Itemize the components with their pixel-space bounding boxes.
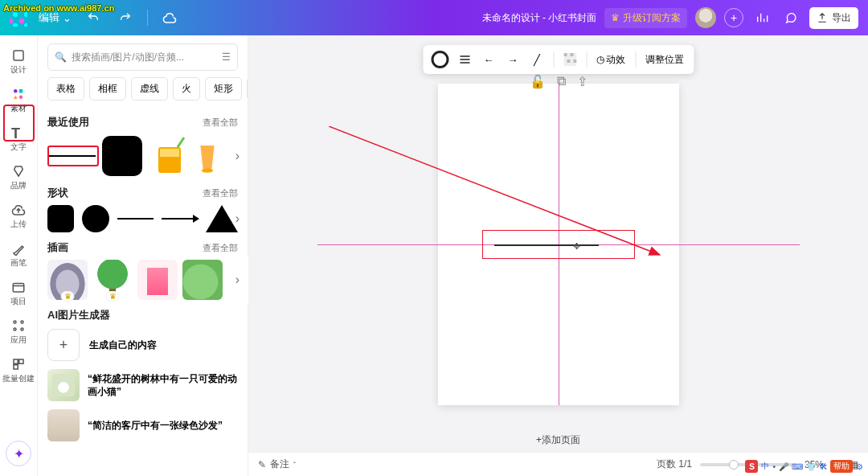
svg-rect-14 xyxy=(160,149,179,157)
ai-generate-label: 生成自己的内容 xyxy=(89,339,157,352)
canvas-page[interactable]: ✥ xyxy=(438,84,679,405)
title-separator: - xyxy=(542,12,546,23)
ai-prompt-1-text: “鲜花盛开的树林中有一只可爱的动画小猫” xyxy=(88,372,238,398)
illus-mango[interactable] xyxy=(182,260,223,300)
recent-black-square[interactable] xyxy=(100,134,144,178)
chip-rect[interactable]: 矩形 xyxy=(205,77,242,101)
transparency-button[interactable] xyxy=(559,48,581,71)
svg-marker-3 xyxy=(14,96,18,100)
line-start-button[interactable]: ← xyxy=(477,48,500,71)
ime-help-button[interactable]: 帮助 xyxy=(830,460,853,473)
chevron-down-icon: ⌄ xyxy=(63,12,72,24)
export-button[interactable]: 导出 xyxy=(809,7,858,29)
svg-line-15 xyxy=(178,137,184,147)
ime-logo-icon[interactable]: S xyxy=(745,460,758,473)
document-title[interactable]: 未命名的设计 - 小红书封面 xyxy=(482,11,596,25)
ime-tool-icon[interactable]: 🛠 xyxy=(819,462,827,471)
ime-mic-icon[interactable]: 🎤 xyxy=(779,462,788,471)
svg-rect-11 xyxy=(19,359,23,363)
shape-square[interactable] xyxy=(47,205,74,232)
shape-arrow[interactable] xyxy=(162,218,198,220)
svg-rect-19 xyxy=(570,53,573,56)
lock-icon[interactable]: 🔓 xyxy=(530,74,546,89)
line-end-button[interactable]: → xyxy=(502,48,524,71)
ime-settings-icon[interactable]: ⚙ xyxy=(856,462,863,471)
notes-button[interactable]: ✎ 备注 ˆ xyxy=(258,458,296,471)
elements-panel: 🔍 搜索插画/图片/动图/音频... ☰ 表格 相框 虚线 火 矩形 › 最近使… xyxy=(38,35,248,476)
svg-rect-12 xyxy=(14,365,18,369)
category-chips: 表格 相框 虚线 火 矩形 › xyxy=(38,77,248,107)
ime-skin-icon[interactable]: 👕 xyxy=(806,462,816,471)
rail-design[interactable]: 设计 xyxy=(2,43,35,80)
section-shapes-title: 形状 xyxy=(47,186,68,200)
recent-juice-1[interactable] xyxy=(149,134,192,178)
line-weight-button[interactable] xyxy=(453,48,476,71)
rail-bulk[interactable]: 批量创建 xyxy=(2,352,35,389)
svg-point-8 xyxy=(14,328,16,330)
rail-apps[interactable]: 应用 xyxy=(2,314,35,351)
ime-punct-icon[interactable]: • xyxy=(772,462,776,471)
effects-button[interactable]: ◷动效 xyxy=(592,53,630,67)
section-illus-title: 插画 xyxy=(47,240,68,255)
rail-text[interactable]: T文字 xyxy=(2,121,35,158)
duplicate-page-icon[interactable]: ⧉ xyxy=(557,74,566,89)
ai-spark-button[interactable]: ✦ xyxy=(6,441,31,466)
chip-dashed[interactable]: 虚线 xyxy=(131,77,168,101)
rail-project[interactable]: 项目 xyxy=(2,275,35,312)
chips-next[interactable]: › xyxy=(247,77,248,101)
page-export-icon[interactable]: ⇪ xyxy=(577,74,588,89)
chip-table[interactable]: 表格 xyxy=(47,77,84,101)
page-count[interactable]: 页数 1/1 xyxy=(657,458,692,471)
recent-line-element[interactable] xyxy=(47,146,96,166)
section-shapes-more[interactable]: 查看全部 xyxy=(203,187,238,199)
svg-rect-2 xyxy=(19,89,23,93)
move-cursor-icon: ✥ xyxy=(573,241,580,252)
ime-toolbar: S 中 • 🎤 ⌨ 👕 🛠 帮助 ⚙ xyxy=(745,458,863,474)
section-illus-more[interactable]: 查看全部 xyxy=(203,242,238,254)
recent-juice-2[interactable] xyxy=(197,134,218,178)
svg-point-1 xyxy=(14,89,18,93)
line-type-button[interactable]: ╱ xyxy=(526,48,548,71)
title-suffix: 小红书封面 xyxy=(548,11,596,25)
upgrade-button[interactable]: ♛ 升级订阅方案 xyxy=(604,8,687,28)
rail-elements[interactable]: 素材 xyxy=(2,82,35,119)
search-input[interactable]: 🔍 搜索插画/图片/动图/音频... ☰ xyxy=(47,43,238,71)
analytics-button[interactable] xyxy=(751,7,772,28)
ai-prompt-1[interactable]: “鲜花盛开的树林中有一只可爱的动画小猫” xyxy=(47,369,238,401)
rail-upload[interactable]: 上传 xyxy=(2,198,35,235)
shapes-next[interactable]: › xyxy=(235,211,240,226)
shape-line[interactable] xyxy=(117,218,154,220)
user-avatar[interactable] xyxy=(695,7,716,28)
rail-draw[interactable]: 画笔 xyxy=(2,236,35,273)
shape-circle[interactable] xyxy=(82,205,108,232)
section-recent-title: 最近使用 xyxy=(47,115,89,129)
svg-point-7 xyxy=(21,321,23,323)
watermark: Archived on www.ai987.cn xyxy=(3,3,114,13)
ai-generate-button[interactable]: + xyxy=(47,329,80,361)
line-color-button[interactable] xyxy=(428,48,452,71)
add-collaborator-button[interactable]: + xyxy=(724,8,743,27)
svg-rect-0 xyxy=(14,51,23,60)
illus-next[interactable]: › xyxy=(235,273,240,287)
shape-triangle[interactable] xyxy=(206,205,238,232)
ai-prompt-2[interactable]: “简洁的客厅中有一张绿色沙发” xyxy=(47,409,238,441)
section-recent-more[interactable]: 查看全部 xyxy=(203,117,238,129)
illus-drink[interactable] xyxy=(137,260,178,300)
position-button[interactable]: 调整位置 xyxy=(641,53,689,67)
search-placeholder: 搜索插画/图片/动图/音频... xyxy=(72,51,217,64)
recent-next[interactable]: › xyxy=(235,149,240,163)
crown-icon: ♛ xyxy=(611,12,620,23)
comment-button[interactable] xyxy=(780,7,801,28)
svg-point-16 xyxy=(202,169,213,173)
ime-keyboard-icon[interactable]: ⌨ xyxy=(792,462,803,471)
ime-lang-icon[interactable]: 中 xyxy=(761,461,769,472)
search-icon: 🔍 xyxy=(55,51,67,63)
chip-fire[interactable]: 火 xyxy=(173,77,200,101)
cloud-sync-icon[interactable] xyxy=(159,7,180,28)
selection-box[interactable] xyxy=(482,230,635,259)
add-page-button[interactable]: +添加页面 xyxy=(248,424,868,452)
redo-button[interactable] xyxy=(115,7,136,28)
rail-brand[interactable]: 品牌 xyxy=(2,159,35,196)
chip-frame[interactable]: 相框 xyxy=(89,77,126,101)
filter-icon[interactable]: ☰ xyxy=(222,51,231,63)
